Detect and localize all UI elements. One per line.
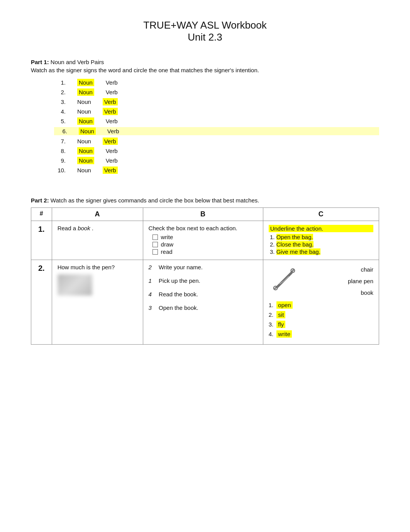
table-row: 1. Read a book . Check the box next to e… [31,221,379,260]
part1-label-suffix: Noun and Verb Pairs [49,59,104,65]
b-item-num: 4 [149,291,152,297]
check-item: write [152,234,258,240]
row2-col-c: chair plane pen book 1. open 2. sit [263,260,379,345]
c-num: 3. [269,321,274,328]
col-b-title: Check the box next to each action. [149,225,258,231]
part2-table: # A B C 1. Read a book . Check the box n… [31,207,379,345]
list-item: 4. Noun Verb [54,108,379,115]
verb-label: Verb [106,157,118,164]
item-num: 5. [54,118,66,124]
part2-label-bold: Part 2: [31,197,49,204]
row1-col-a: Read a book . [52,221,143,260]
part1-instruction: Watch as the signer signs the word and c… [31,67,379,73]
b-item-num: 2 [149,264,152,270]
list-item: 3. Noun Verb [54,98,379,105]
title-line2: Unit 2.3 [31,31,379,43]
list-item: 7. Noun Verb [54,138,379,145]
col-c-item-text: Close the bag. [276,241,314,248]
col-c-item: Open the bag. [276,234,373,240]
noun-label: Noun [77,138,91,144]
numbered-list: 1. open 2. sit 3. fly 4. [269,302,373,337]
row2-col-a-text: How much is the pen? [58,264,137,270]
list-item: 10. Noun Verb [54,167,379,174]
verb-label: Verb [103,108,118,115]
row-number: 1. [31,221,52,260]
b-item: 3 Open the book. [149,304,258,311]
scissors-icon [269,264,300,295]
item-num: 9. [54,157,66,164]
verb-label: Verb [107,128,119,134]
book-italic: book [78,225,90,231]
part2-instruction: Part 2: Watch as the signer gives comman… [31,197,379,204]
item-num: 4. [54,108,66,115]
b-item-num: 1 [149,277,152,284]
noun-label: Noun [77,108,91,115]
pen-icon-area [269,264,303,296]
b-item: 2 Write your name. [149,264,258,270]
part2-instruction-text: Watch as the signer gives commands and c… [49,197,259,204]
check-item-label: write [161,234,173,240]
c-item-text: open [276,301,292,309]
verb-label: Verb [106,148,118,154]
list-item: 2. Noun Verb [54,88,379,96]
noun-label: Noun [79,127,96,135]
c-item: 2. sit [269,311,373,318]
b-item: 1 Pick up the pen. [149,277,258,284]
verb-label: Verb [106,118,118,124]
verb-label: Verb [106,89,118,95]
table-row: 2. How much is the pen? 2 Write your nam… [31,260,379,345]
word-list: chair plane pen book [348,264,373,299]
check-item: read [152,248,258,255]
checkbox[interactable] [152,235,158,240]
part1-label-bold: Part 1: [31,59,49,65]
b-item-text: Pick up the pen. [159,277,200,284]
checkbox[interactable] [152,249,158,255]
c-item-text: fly [276,321,285,328]
part1-label: Part 1: Noun and Verb Pairs [31,59,379,65]
list-item: 1. Noun Verb [54,79,379,86]
list-item: 8. Noun Verb [54,147,379,155]
word-list-item: chair [348,264,373,275]
b-item-num: 3 [149,304,152,311]
checkbox[interactable] [152,242,158,247]
list-item: 6. Noun Verb [54,127,379,135]
col-c-title: Underline the action. [269,225,373,232]
svg-line-0 [275,270,293,289]
blurred-image [58,274,92,296]
b-item-text: Open the book. [159,304,198,311]
check-item: draw [152,241,258,248]
table-header-row: # A B C [31,208,379,221]
noun-label: Noun [77,99,91,105]
row2-col-b: 2 Write your name. 1 Pick up the pen. 4 … [143,260,263,345]
noun-label: Noun [77,157,94,164]
c-item: 3. fly [269,321,373,328]
col-c-item: Give me the bag. [276,248,373,255]
c-item: 4. write [269,331,373,337]
item-num: 3. [54,99,66,105]
c-num: 2. [269,311,274,318]
col-c-item: Close the bag. [276,241,373,248]
row-number: 2. [31,260,52,345]
item-num: 1. [54,79,66,86]
noun-label: Noun [77,167,91,173]
col-b-header: B [143,208,263,221]
col-c-item-text: Open the bag. [276,234,313,240]
check-item-label: draw [161,241,174,248]
b-item-text: Read the book. [159,291,198,297]
part1-section: Part 1: Noun and Verb Pairs Watch as the… [31,59,379,174]
page-title: TRUE+WAY ASL Workbook Unit 2.3 [31,19,379,43]
col-c-header: C [263,208,379,221]
verb-label: Verb [106,79,118,86]
list-item: 5. Noun Verb [54,117,379,125]
item-num: 8. [54,148,66,154]
c-item-text: write [276,330,292,338]
list-item: 9. Noun Verb [54,157,379,164]
word-list-item: plane pen [348,275,373,287]
word-list-item: book [348,287,373,299]
c-item: 1. open [269,302,373,308]
noun-label: Noun [77,79,94,86]
col-c-list: Open the bag. Close the bag. Give me the… [269,234,373,255]
item-num: 2. [54,89,66,95]
noun-label: Noun [77,88,94,96]
c-num: 1. [269,302,274,308]
